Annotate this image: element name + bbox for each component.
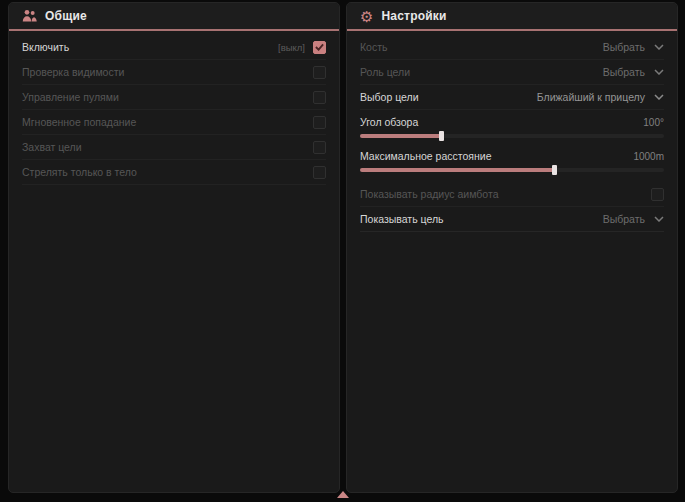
toggle-row-bullet-control[interactable]: Управление пулями: [22, 85, 326, 110]
dropdown-value: Выбрать: [603, 41, 645, 53]
chevron-down-icon: [654, 44, 664, 50]
toggle-row-show-aimbot-radius[interactable]: Показывать радиус аимбота: [360, 182, 664, 207]
people-icon: [22, 9, 37, 23]
setting-label: Угол обзора: [360, 116, 418, 128]
checkbox-unchecked[interactable]: [313, 66, 326, 79]
toggle-label: Проверка видимости: [22, 66, 124, 78]
toggle-row-target-lock[interactable]: Захват цели: [22, 135, 326, 160]
checkbox-unchecked[interactable]: [651, 188, 664, 201]
panel-general-body: Включить [выкл] Проверка видимости Управ…: [9, 31, 339, 185]
checkbox-unchecked[interactable]: [313, 116, 326, 129]
panel-settings-body: Кость Выбрать Роль цели Выбрать Выбор це…: [347, 31, 677, 232]
checkbox-checked[interactable]: [313, 41, 326, 54]
slider-handle[interactable]: [439, 131, 444, 141]
max-distance-slider[interactable]: [360, 168, 664, 172]
toggle-row-body-only[interactable]: Стрелять только в тело: [22, 160, 326, 185]
toggle-label: Мгновенное попадание: [22, 116, 136, 128]
slider-row-fov: Угол обзора 100°: [360, 110, 664, 144]
chevron-down-icon: [654, 216, 664, 222]
checkbox-unchecked[interactable]: [313, 141, 326, 154]
toggle-row-instant-hit[interactable]: Мгновенное попадание: [22, 110, 326, 135]
target-selection-dropdown[interactable]: Ближайший к прицелу: [537, 91, 664, 103]
bone-dropdown[interactable]: Выбрать: [603, 41, 664, 53]
dropdown-row-bone: Кость Выбрать: [360, 35, 664, 60]
setting-label: Показывать цель: [360, 213, 444, 225]
show-target-dropdown[interactable]: Выбрать: [603, 213, 664, 225]
target-role-dropdown[interactable]: Выбрать: [603, 66, 664, 78]
setting-label: Кость: [360, 41, 388, 53]
panel-settings-header: ⚙ Настройки: [347, 3, 677, 31]
toggle-label: Включить: [22, 41, 69, 53]
toggle-label: Показывать радиус аимбота: [360, 188, 499, 200]
setting-label: Выбор цели: [360, 91, 419, 103]
setting-label: Роль цели: [360, 66, 410, 78]
scroll-up-arrow-icon[interactable]: [337, 491, 349, 498]
slider-fill: [360, 168, 555, 172]
chevron-down-icon: [654, 69, 664, 75]
dropdown-row-target-role: Роль цели Выбрать: [360, 60, 664, 85]
slider-value: 100°: [643, 117, 664, 128]
toggle-row-visibility-check[interactable]: Проверка видимости: [22, 60, 326, 85]
panel-settings: ⚙ Настройки Кость Выбрать Роль цели Выбр…: [346, 2, 678, 493]
toggle-row-enable[interactable]: Включить [выкл]: [22, 35, 326, 60]
slider-fill: [360, 134, 442, 138]
toggle-label: Захват цели: [22, 141, 82, 153]
gear-icon: ⚙: [360, 9, 373, 24]
dropdown-row-show-target: Показывать цель Выбрать: [360, 207, 664, 232]
dropdown-value: Выбрать: [603, 66, 645, 78]
setting-label: Максимальное расстояние: [360, 150, 491, 162]
check-icon: [315, 43, 324, 51]
slider-value: 1000m: [633, 151, 664, 162]
panel-general-header: Общие: [9, 3, 339, 31]
checkbox-unchecked[interactable]: [313, 166, 326, 179]
slider-handle[interactable]: [552, 165, 557, 175]
slider-row-max-distance: Максимальное расстояние 1000m: [360, 144, 664, 178]
panel-general-title: Общие: [45, 9, 87, 23]
toggle-label: Управление пулями: [22, 91, 119, 103]
chevron-down-icon: [654, 94, 664, 100]
dropdown-value: Ближайший к прицелу: [537, 91, 645, 103]
dropdown-value: Выбрать: [603, 213, 645, 225]
fov-slider[interactable]: [360, 134, 664, 138]
hotkey-label: [выкл]: [278, 42, 305, 53]
checkbox-unchecked[interactable]: [313, 91, 326, 104]
panel-general: Общие Включить [выкл] Проверка видимости…: [8, 2, 340, 493]
panel-settings-title: Настройки: [381, 9, 446, 23]
toggle-label: Стрелять только в тело: [22, 166, 137, 178]
dropdown-row-target-selection: Выбор цели Ближайший к прицелу: [360, 85, 664, 110]
